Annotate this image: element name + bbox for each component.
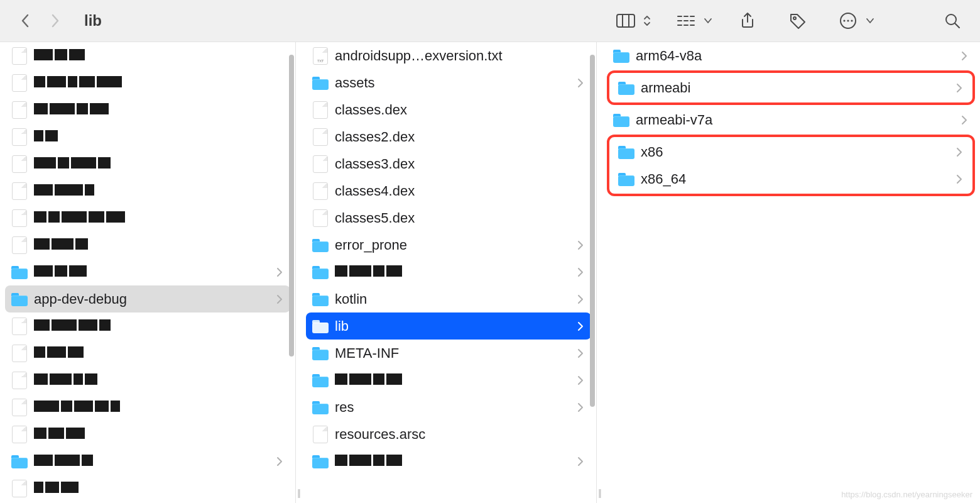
list-item[interactable]: resources.arsc	[306, 421, 591, 448]
chevron-right-icon	[961, 115, 967, 125]
view-mode-group[interactable]	[611, 7, 651, 35]
chevron-right-icon	[956, 83, 962, 93]
watermark: https://blog.csdn.net/yearningseeker	[841, 490, 972, 499]
list-item[interactable]: res	[306, 394, 591, 421]
highlight-box: x86x86_64	[607, 135, 975, 196]
list-item[interactable]	[5, 394, 290, 421]
chevron-right-icon	[276, 294, 283, 304]
list-item[interactable]	[5, 421, 290, 448]
folder-armeabi[interactable]: armeabi	[612, 74, 970, 101]
toolbar: lib	[0, 0, 980, 42]
view-updown-icon	[643, 14, 651, 27]
list-item[interactable]	[5, 448, 290, 475]
list-item[interactable]: META-INF	[306, 340, 591, 367]
list-item[interactable]	[5, 340, 290, 367]
highlight-box: armeabi	[607, 70, 975, 105]
svg-line-18	[955, 23, 959, 28]
chevron-right-icon	[956, 174, 962, 184]
list-item[interactable]	[5, 69, 290, 96]
list-item[interactable]: classes4.dex	[306, 177, 591, 204]
list-item[interactable]	[5, 312, 290, 340]
list-item[interactable]: classes2.dex	[306, 123, 591, 150]
tags-button[interactable]	[783, 7, 813, 35]
list-item[interactable]: classes3.dex	[306, 150, 591, 177]
column-1[interactable]: app-dev-debug	[0, 42, 296, 503]
folder-x86[interactable]: x86	[612, 138, 970, 165]
list-item[interactable]	[5, 42, 290, 69]
chevron-right-icon	[577, 321, 584, 331]
svg-point-16	[851, 19, 852, 21]
chevron-right-icon	[577, 456, 584, 467]
chevron-down-icon	[866, 18, 874, 24]
chevron-right-icon	[577, 267, 584, 277]
svg-rect-0	[617, 14, 634, 27]
list-item[interactable]	[5, 204, 290, 231]
group-by-button[interactable]	[671, 7, 712, 35]
list-item[interactable]	[306, 448, 591, 475]
search-button[interactable]	[937, 7, 967, 35]
list-item[interactable]: error_prone	[306, 231, 591, 258]
list-item[interactable]: kotlin	[306, 285, 591, 312]
chevron-right-icon	[577, 294, 584, 304]
chevron-right-icon	[276, 456, 283, 467]
list-item[interactable]: assets	[306, 69, 591, 96]
chevron-right-icon	[577, 402, 584, 412]
list-item[interactable]	[5, 150, 290, 177]
chevron-right-icon	[961, 51, 967, 61]
list-item[interactable]: classes.dex	[306, 96, 591, 123]
back-button[interactable]	[13, 8, 38, 33]
chevron-right-icon	[577, 78, 584, 88]
list-item[interactable]	[5, 177, 290, 204]
svg-point-14	[843, 19, 845, 21]
column-resize-handle[interactable]: ||	[296, 42, 301, 503]
svg-point-12	[793, 17, 796, 19]
list-item[interactable]	[5, 231, 290, 258]
chevron-right-icon	[577, 348, 584, 358]
column-2[interactable]: androidsupp…exversion.txtassetsclasses.d…	[301, 42, 597, 503]
chevron-right-icon	[577, 240, 584, 250]
columns-view-icon	[611, 7, 641, 35]
list-item[interactable]	[306, 367, 591, 394]
action-menu-button[interactable]	[833, 7, 874, 35]
share-button[interactable]	[732, 7, 763, 35]
more-icon	[833, 7, 863, 35]
window-title: lib	[84, 12, 102, 30]
chevron-right-icon	[577, 375, 584, 385]
list-item[interactable]: androidsupp…exversion.txt	[306, 42, 591, 69]
folder-arm64-v8a[interactable]: arm64-v8a	[607, 42, 975, 69]
list-item[interactable]	[306, 258, 591, 285]
folder-armeabi-v7a[interactable]: armeabi-v7a	[607, 106, 975, 133]
column-resize-handle[interactable]: ||	[597, 42, 602, 503]
list-item[interactable]: classes5.dex	[306, 204, 591, 231]
folder-app-dev-debug[interactable]: app-dev-debug	[5, 285, 290, 312]
chevron-right-icon	[956, 147, 962, 157]
chevron-right-icon	[276, 267, 283, 277]
list-item[interactable]	[5, 96, 290, 123]
list-item[interactable]: lib	[306, 312, 591, 340]
column-3[interactable]: arm64-v8aarmeabiarmeabi-v7ax86x86_64	[602, 42, 980, 503]
chevron-down-icon	[704, 18, 712, 24]
svg-point-15	[847, 19, 849, 21]
folder-x86_64[interactable]: x86_64	[612, 165, 970, 192]
group-icon	[671, 7, 701, 35]
forward-button[interactable]	[43, 8, 68, 33]
list-item[interactable]	[5, 123, 290, 150]
list-item[interactable]	[5, 367, 290, 394]
list-item[interactable]	[5, 475, 290, 502]
list-item[interactable]	[5, 258, 290, 285]
